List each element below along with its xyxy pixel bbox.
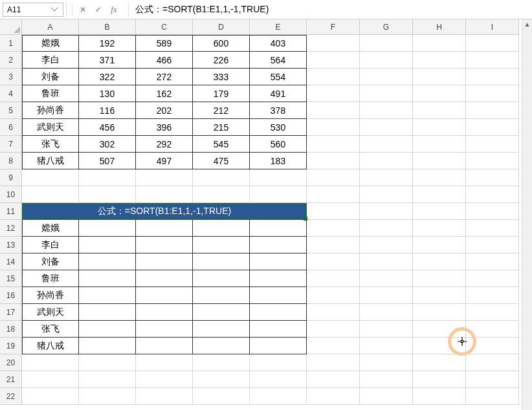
cell-F22[interactable] bbox=[307, 388, 360, 405]
cell-B12[interactable] bbox=[79, 220, 136, 237]
cell-B13[interactable] bbox=[79, 237, 136, 254]
cell-D14[interactable] bbox=[193, 254, 250, 270]
column-header-H[interactable]: H bbox=[413, 19, 466, 35]
row-header-18[interactable]: 18 bbox=[0, 321, 22, 338]
cell-I21[interactable] bbox=[466, 371, 519, 388]
cell-F11[interactable] bbox=[307, 203, 360, 220]
cell-I7[interactable] bbox=[466, 136, 519, 153]
cell-H16[interactable] bbox=[413, 287, 466, 304]
cell-G8[interactable] bbox=[360, 153, 413, 169]
cell-E16[interactable] bbox=[250, 287, 307, 304]
cancel-formula-icon[interactable]: ✕ bbox=[78, 5, 88, 15]
cell-E9[interactable] bbox=[250, 169, 307, 186]
formula-input[interactable]: 公式：=SORT(B1:E1,1,-1,TRUE) bbox=[128, 3, 529, 17]
row-header-17[interactable]: 17 bbox=[0, 304, 22, 321]
column-header-A[interactable]: A bbox=[22, 19, 79, 35]
cell-B8[interactable]: 507 bbox=[79, 153, 136, 169]
cell-B22[interactable] bbox=[79, 388, 136, 405]
cell-G3[interactable] bbox=[360, 69, 413, 85]
cell-E21[interactable] bbox=[250, 371, 307, 388]
cell-H1[interactable] bbox=[413, 35, 466, 52]
cell-F21[interactable] bbox=[307, 371, 360, 388]
cell-E3[interactable]: 554 bbox=[250, 69, 307, 85]
cell-A6[interactable]: 武则天 bbox=[22, 119, 79, 136]
cell-F18[interactable] bbox=[307, 321, 360, 338]
cell-E18[interactable] bbox=[250, 321, 307, 338]
cell-A14[interactable]: 刘备 bbox=[22, 254, 79, 270]
cell-H8[interactable] bbox=[413, 153, 466, 169]
cell-A13[interactable]: 李白 bbox=[22, 237, 79, 254]
cell-F9[interactable] bbox=[307, 169, 360, 186]
cell-I4[interactable] bbox=[466, 85, 519, 102]
cell-C13[interactable] bbox=[136, 237, 193, 254]
cell-A12[interactable]: 嫦娥 bbox=[22, 220, 79, 237]
row-header-1[interactable]: 1 bbox=[0, 35, 22, 52]
cell-F7[interactable] bbox=[307, 136, 360, 153]
cell-C22[interactable] bbox=[136, 388, 193, 405]
cell-B6[interactable]: 456 bbox=[79, 119, 136, 136]
cell-D1[interactable]: 600 bbox=[193, 35, 250, 52]
column-header-B[interactable]: B bbox=[79, 19, 136, 35]
cell-E6[interactable]: 530 bbox=[250, 119, 307, 136]
cell-C7[interactable]: 292 bbox=[136, 136, 193, 153]
cell-I1[interactable] bbox=[466, 35, 519, 52]
cell-I15[interactable] bbox=[466, 270, 519, 287]
cell-H20[interactable] bbox=[413, 354, 466, 371]
cell-C20[interactable] bbox=[136, 354, 193, 371]
cell-B16[interactable] bbox=[79, 287, 136, 304]
cell-G9[interactable] bbox=[360, 169, 413, 186]
cell-D7[interactable]: 545 bbox=[193, 136, 250, 153]
cell-G10[interactable] bbox=[360, 186, 413, 203]
cell-E22[interactable] bbox=[250, 388, 307, 405]
row-header-20[interactable]: 20 bbox=[0, 354, 22, 371]
row-header-21[interactable]: 21 bbox=[0, 371, 22, 388]
cell-F19[interactable] bbox=[307, 338, 360, 354]
cell-G4[interactable] bbox=[360, 85, 413, 102]
cell-F4[interactable] bbox=[307, 85, 360, 102]
cell-E13[interactable] bbox=[250, 237, 307, 254]
cell-F16[interactable] bbox=[307, 287, 360, 304]
select-all-corner[interactable] bbox=[0, 19, 22, 35]
cell-D22[interactable] bbox=[193, 388, 250, 405]
cell-D17[interactable] bbox=[193, 304, 250, 321]
name-box-dropdown-icon[interactable] bbox=[50, 5, 59, 14]
cell-B3[interactable]: 322 bbox=[79, 69, 136, 85]
cell-A2[interactable]: 李白 bbox=[22, 52, 79, 69]
cell-C12[interactable] bbox=[136, 220, 193, 237]
cell-G6[interactable] bbox=[360, 119, 413, 136]
cell-H17[interactable] bbox=[413, 304, 466, 321]
cell-D12[interactable] bbox=[193, 220, 250, 237]
cell-A10[interactable] bbox=[22, 186, 79, 203]
cell-B19[interactable] bbox=[79, 338, 136, 354]
cell-B10[interactable] bbox=[79, 186, 136, 203]
cell-D8[interactable]: 475 bbox=[193, 153, 250, 169]
cell-D18[interactable] bbox=[193, 321, 250, 338]
cell-A18[interactable]: 张飞 bbox=[22, 321, 79, 338]
cell-G18[interactable] bbox=[360, 321, 413, 338]
cell-F15[interactable] bbox=[307, 270, 360, 287]
cell-E17[interactable] bbox=[250, 304, 307, 321]
row-header-15[interactable]: 15 bbox=[0, 270, 22, 287]
cell-H5[interactable] bbox=[413, 102, 466, 119]
cell-C21[interactable] bbox=[136, 371, 193, 388]
cell-A19[interactable]: 猪八戒 bbox=[22, 338, 79, 354]
cell-H14[interactable] bbox=[413, 254, 466, 270]
cell-H12[interactable] bbox=[413, 220, 466, 237]
cell-H13[interactable] bbox=[413, 237, 466, 254]
cell-B18[interactable] bbox=[79, 321, 136, 338]
cell-I14[interactable] bbox=[466, 254, 519, 270]
cell-H15[interactable] bbox=[413, 270, 466, 287]
cell-E5[interactable]: 378 bbox=[250, 102, 307, 119]
cell-A9[interactable] bbox=[22, 169, 79, 186]
cell-D4[interactable]: 179 bbox=[193, 85, 250, 102]
cell-D19[interactable] bbox=[193, 338, 250, 354]
cell-I19[interactable] bbox=[466, 338, 519, 354]
row-header-9[interactable]: 9 bbox=[0, 169, 22, 186]
cell-F12[interactable] bbox=[307, 220, 360, 237]
cell-G13[interactable] bbox=[360, 237, 413, 254]
cell-I3[interactable] bbox=[466, 69, 519, 85]
cell-G7[interactable] bbox=[360, 136, 413, 153]
cell-G2[interactable] bbox=[360, 52, 413, 69]
cell-E1[interactable]: 403 bbox=[250, 35, 307, 52]
row-header-11[interactable]: 11 bbox=[0, 203, 22, 220]
